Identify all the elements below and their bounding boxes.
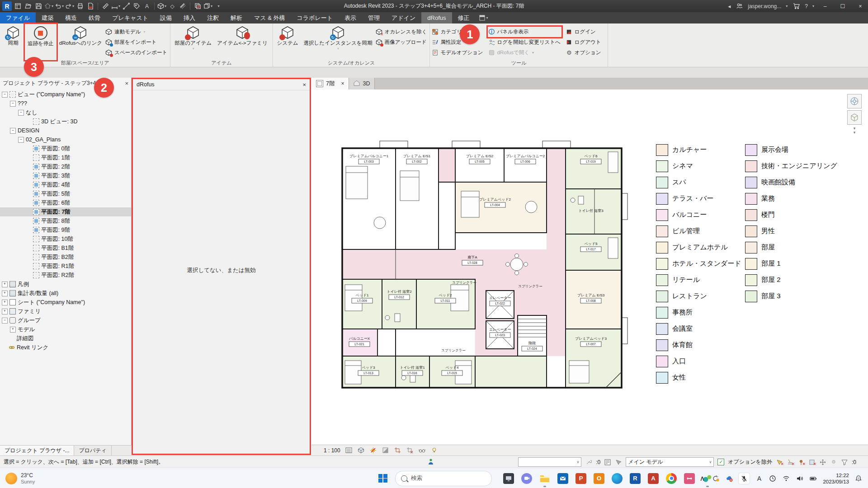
sync-home-icon[interactable]: ▾	[44, 2, 53, 11]
revit-logo-icon[interactable]: R	[2, 1, 12, 11]
tab-project-browser[interactable]: プロジェクト ブラウザ -...	[0, 446, 74, 456]
tab-file[interactable]: ファイル	[0, 12, 36, 23]
design-option-pick-icon[interactable]	[615, 459, 622, 466]
tree-item-group[interactable]: − なし	[0, 108, 131, 117]
tree-item-model-groups[interactable]: +モデル	[0, 325, 131, 334]
start-log-button[interactable]: ログを開始し変更リストへ	[489, 38, 561, 47]
taskbar-app-teamviewer[interactable]	[684, 473, 695, 484]
import-rooms-button[interactable]: 部屋をインポート	[105, 38, 167, 47]
visual-style-icon[interactable]	[357, 446, 365, 454]
expand-icon[interactable]: +	[2, 300, 8, 305]
tab-insert[interactable]: 挿入	[178, 12, 201, 23]
close-icon[interactable]: ×	[125, 80, 128, 87]
taskbar-app-teams[interactable]	[521, 473, 533, 484]
taskbar-clock[interactable]: 12:22 2023/09/13	[823, 472, 849, 485]
stop-tracking-button[interactable]: 追跡を停止	[25, 24, 56, 60]
sun-path-icon[interactable]	[369, 446, 377, 454]
categories-button[interactable]: カテゴリ 1	[432, 28, 483, 36]
dropdown-caret-icon[interactable]: ▾	[52, 4, 53, 8]
thin-lines-icon[interactable]	[178, 2, 187, 11]
text-icon[interactable]: A	[142, 2, 151, 11]
weather-widget[interactable]: 23°C Sunny	[0, 472, 35, 485]
battery-icon[interactable]	[809, 474, 817, 483]
tree-item-plan[interactable]: 平面図: 8階	[0, 216, 131, 225]
editing-requests-icon[interactable]	[427, 458, 434, 465]
app-store-cart-icon[interactable]	[792, 2, 801, 11]
switch-caret-icon[interactable]: ▾	[211, 4, 212, 8]
redo-icon[interactable]: ▾	[65, 2, 74, 11]
dimension-caret-icon[interactable]: ▾	[118, 4, 120, 8]
signed-in-user[interactable]: jasper.wong...	[748, 3, 781, 9]
redo-caret-icon[interactable]: ▾	[72, 4, 74, 8]
accounts-icon[interactable]	[735, 2, 744, 11]
image-upload-button[interactable]: 画像アップロード	[376, 38, 427, 47]
tree-item-plan-selected[interactable]: 平面図: 7階	[0, 207, 131, 216]
tree-item-detail-groups[interactable]: 詳細図	[0, 334, 131, 343]
tree-item-schedules[interactable]: +集計表/数量 (all)	[0, 289, 131, 298]
help-icon[interactable]: ?	[805, 3, 808, 9]
tab-properties[interactable]: プロパティ	[74, 446, 111, 456]
measure-icon[interactable]	[101, 2, 110, 11]
tree-item-group[interactable]: − 02_GA_Plans	[0, 135, 131, 144]
close-button[interactable]: ×	[854, 0, 867, 12]
tab-annotate[interactable]: 注釈	[201, 12, 225, 23]
drofus-panel-header[interactable]: dRofus ×	[133, 79, 310, 90]
sync-button[interactable]: ↻ 同期	[2, 24, 24, 60]
view-cube-icon[interactable]	[847, 110, 862, 125]
sync-selected-instances-button[interactable]: ↻ 選択したインスタンスを同期 ▾	[302, 24, 375, 60]
room-items-caret-icon[interactable]: ▾	[193, 47, 194, 51]
shadows-icon[interactable]	[382, 446, 389, 454]
tab-modify[interactable]: 修正	[452, 12, 476, 23]
tree-item-plan[interactable]: 平面図: B1階	[0, 244, 131, 253]
login-button[interactable]: ログイン	[566, 28, 601, 36]
taskbar-app-chrome[interactable]	[665, 473, 677, 484]
undo-icon[interactable]: ▾	[55, 2, 64, 11]
default-3d-view-icon[interactable]: ▾	[157, 2, 166, 11]
expand-icon[interactable]: +	[2, 309, 8, 314]
help-caret-icon[interactable]: ▾	[812, 4, 814, 8]
design-options-dialog-icon[interactable]	[604, 459, 611, 466]
print-icon[interactable]	[75, 2, 85, 11]
exclude-options-checkbox[interactable]: ✓	[717, 459, 724, 465]
drag-on-selection-icon[interactable]	[819, 459, 826, 466]
collapse-infocenter-icon[interactable]: ◂	[728, 3, 731, 9]
taskbar-app-outlook[interactable]	[557, 473, 569, 484]
tree-item-group[interactable]: − DESIGN	[0, 126, 131, 135]
aligned-dimension-icon[interactable]: ▾	[111, 2, 120, 11]
select-pinned-toggle-icon[interactable]: ✕	[797, 459, 805, 466]
tab-manage[interactable]: 管理	[362, 12, 386, 23]
detail-level-icon[interactable]	[345, 446, 353, 454]
tab-addins[interactable]: アドイン	[386, 12, 421, 23]
select-links-toggle-icon[interactable]: ✕	[776, 459, 783, 466]
model-options-button[interactable]: モデルオプション	[432, 48, 483, 57]
tab-collaborate[interactable]: コラボレート	[291, 12, 339, 23]
view-caret-icon[interactable]: ▾	[165, 4, 166, 8]
start-button[interactable]	[375, 471, 391, 486]
collapse-icon[interactable]: −	[2, 318, 8, 324]
exclude-occurrence-button[interactable]: ✕ オカレンスを除く	[376, 28, 427, 36]
collapse-icon[interactable]: −	[10, 101, 16, 107]
collapse-icon[interactable]: −	[18, 110, 24, 116]
tab-precast[interactable]: プレキャスト	[106, 12, 154, 23]
collapse-icon[interactable]: −	[10, 128, 16, 134]
taskbar-app-powerpoint[interactable]: P	[575, 473, 587, 484]
tree-item-sheets[interactable]: +シート ("Company Name")	[0, 298, 131, 307]
customize-qat-icon[interactable]: ▾	[214, 2, 223, 11]
minimize-button[interactable]: –	[818, 0, 832, 12]
section-icon[interactable]: ◇	[168, 2, 177, 11]
close-view-icon[interactable]: ×	[341, 80, 344, 87]
tab-architecture[interactable]: 建築	[36, 12, 59, 23]
sync-pending-icon[interactable]	[712, 474, 720, 483]
tree-item-plan[interactable]: 平面図: 0階	[0, 144, 131, 153]
systems-button[interactable]: システム	[275, 24, 301, 60]
tree-item-revit-links[interactable]: Revit リンク	[0, 343, 131, 352]
tab-analyze[interactable]: 解析	[225, 12, 248, 23]
ribbon-display-toggle[interactable]: ▾	[476, 12, 492, 23]
select-underlay-toggle-icon[interactable]: ✕	[787, 459, 794, 466]
tree-item-families[interactable]: +ファミリ	[0, 307, 131, 316]
tab-massing-site[interactable]: マス & 外構	[248, 12, 291, 23]
import-spaces-button[interactable]: スペースのインポート	[105, 48, 167, 57]
reveal-hidden-elements-icon[interactable]	[430, 446, 438, 454]
logout-button[interactable]: ログアウト	[566, 38, 601, 47]
tree-item-plan[interactable]: 平面図: 4階	[0, 180, 131, 189]
